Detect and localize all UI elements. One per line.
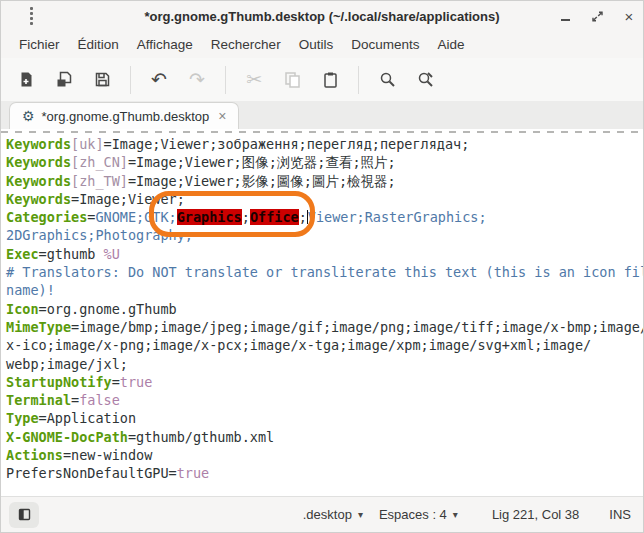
close-button[interactable]: ×	[621, 8, 637, 24]
overwrite-mode-label: INS	[609, 507, 631, 522]
copy-icon	[283, 70, 302, 89]
code-line: Keywords[zh_CN]=Image;Viewer;图像;浏览器;查看;照…	[6, 153, 643, 171]
filetype-label: .desktop	[303, 507, 352, 522]
code-line: Type=Application	[6, 409, 643, 427]
menu-fichier[interactable]: Fichier	[10, 34, 69, 55]
tab-close-icon[interactable]: ×	[216, 109, 228, 123]
gedit-window: *org.gnome.gThumb.desktop (~/.local/shar…	[0, 0, 644, 533]
window-title: *org.gnome.gThumb.desktop (~/.local/shar…	[1, 9, 643, 24]
restore-button[interactable]	[589, 8, 605, 24]
menu-rechercher[interactable]: Rechercher	[202, 34, 290, 55]
code-line: Keywords[zh_TW]=Image;Viewer;影像;圖像;圖片;檢視…	[6, 172, 643, 190]
code-line: Categories=GNOME;GTK;Graphics;Office;Vie…	[6, 208, 643, 226]
code-line: # Translators: Do NOT translate or trans…	[6, 263, 643, 281]
menu-documents[interactable]: Documents	[342, 34, 428, 55]
code-line: Terminal=false	[6, 391, 643, 409]
find-button[interactable]	[370, 64, 404, 96]
text-editor-area[interactable]: Keywords[uk]=Image;Viewer;зображення;пер…	[1, 129, 643, 496]
chevron-down-icon: ▾	[453, 509, 458, 520]
code-line: webp;image/jxl;	[6, 355, 643, 373]
menu-aide[interactable]: Aide	[428, 34, 473, 55]
side-panel-toggle-button[interactable]	[9, 502, 39, 528]
code-line: 2DGraphics;Photography;	[6, 226, 643, 244]
find-icon	[378, 70, 397, 89]
code-line: Actions=new-window	[6, 446, 643, 464]
toolbar-separator	[225, 66, 226, 94]
paste-button[interactable]	[313, 64, 347, 96]
code-line: PrefersNonDefaultGPU=true	[6, 464, 643, 482]
copy-button	[275, 64, 309, 96]
save-button[interactable]	[85, 64, 119, 96]
filetype-selector[interactable]: .desktop ▾	[295, 504, 371, 525]
find-replace-icon	[416, 70, 435, 89]
undo-icon: ↶	[151, 70, 167, 90]
new-document-button[interactable]	[9, 64, 43, 96]
new-document-icon	[17, 70, 36, 89]
minimize-icon	[561, 19, 570, 21]
menu-outils[interactable]: Outils	[290, 34, 343, 55]
code-line: Exec=gthumb %U	[6, 245, 643, 263]
cut-button: ✂	[237, 64, 271, 96]
menu-bar: FichierÉditionAffichageRechercherOutilsD…	[1, 31, 643, 58]
restore-icon	[591, 10, 604, 23]
title-bar: *org.gnome.gThumb.desktop (~/.local/shar…	[1, 1, 643, 31]
code-line: Keywords[uk]=Image;Viewer;зображення;пер…	[6, 135, 643, 153]
toolbar-separator	[130, 66, 131, 94]
status-bar: .desktop ▾ Espaces : 4 ▾ Lig 221, Col 38…	[1, 496, 643, 532]
code-line: MimeType=image/bmp;image/jpeg;image/gif;…	[6, 318, 643, 336]
code-line: StartupNotify=true	[6, 373, 643, 391]
menu-affichage[interactable]: Affichage	[128, 34, 202, 55]
dashed-separator	[1, 131, 643, 133]
code-line: Icon=org.gnome.gThumb	[6, 300, 643, 318]
status-right-group: .desktop ▾ Espaces : 4 ▾ Lig 221, Col 38…	[295, 504, 633, 525]
menu-edition[interactable]: Édition	[69, 34, 128, 55]
document-content: Keywords[uk]=Image;Viewer;зображення;пер…	[6, 135, 643, 483]
redo-button: ↷	[180, 64, 214, 96]
paste-icon	[321, 70, 340, 89]
open-document-button[interactable]	[47, 64, 81, 96]
open-document-icon	[55, 70, 74, 89]
cut-icon: ✂	[246, 70, 262, 90]
window-menu-icon[interactable]	[30, 7, 33, 25]
close-icon: ×	[625, 9, 634, 24]
save-icon	[93, 70, 112, 89]
window-controls: ×	[557, 1, 637, 31]
find-replace-button[interactable]	[408, 64, 442, 96]
tab-org-gnome-gthumb-desktop[interactable]: ⚙ *org.gnome.gThumb.desktop ×	[9, 102, 239, 129]
minimize-button[interactable]	[557, 8, 573, 24]
side-panel-icon	[18, 508, 31, 521]
tab-width-label: Espaces : 4	[379, 507, 447, 522]
code-line: X-GNOME-DocPath=gthumb/gthumb.xml	[6, 428, 643, 446]
tab-label: *org.gnome.gThumb.desktop	[42, 109, 210, 124]
toolbar-separator	[358, 66, 359, 94]
code-line: name)!	[6, 281, 643, 299]
tab-bar: ⚙ *org.gnome.gThumb.desktop ×	[1, 101, 643, 129]
cursor-position-label: Lig 221, Col 38	[492, 507, 579, 522]
desktop-file-gear-icon: ⚙	[22, 109, 35, 123]
redo-icon: ↷	[189, 70, 205, 90]
undo-button[interactable]: ↶	[142, 64, 176, 96]
code-line: Keywords=Image;Viewer;	[6, 190, 643, 208]
code-line: x-ico;image/x-png;image/x-pcx;image/x-tg…	[6, 336, 643, 354]
toolbar: ↶↷✂	[1, 58, 643, 101]
tab-width-selector[interactable]: Espaces : 4 ▾	[371, 504, 466, 525]
chevron-down-icon: ▾	[358, 509, 363, 520]
